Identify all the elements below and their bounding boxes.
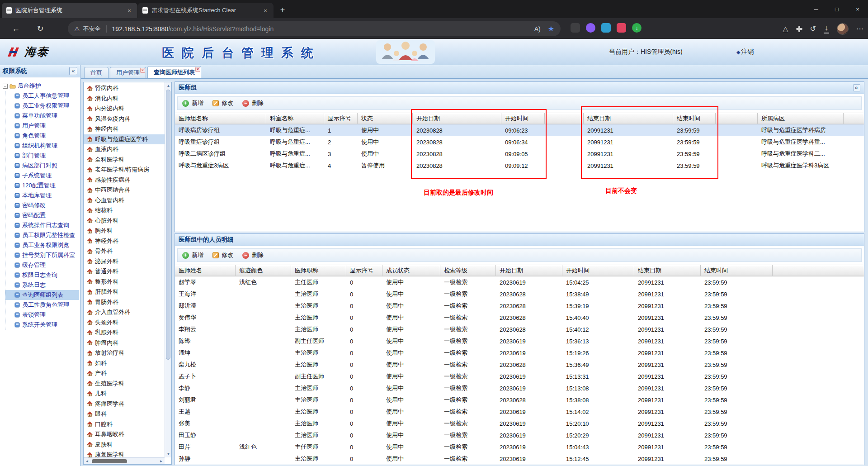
table-row[interactable]: 栾九松 主治医师 0 使用中 一级检索 20230628 15:36:49 20… — [175, 359, 864, 371]
tree-item[interactable]: 员工业务权限浏览 — [5, 240, 79, 250]
tree-item[interactable]: 病区部门对照 — [5, 161, 79, 171]
settings-ellipsis-icon[interactable]: ⋯ — [856, 24, 863, 33]
table-row[interactable]: 李翔云 主治医师 0 使用中 一级检索 20230628 15:40:12 20… — [175, 323, 864, 335]
tree-item[interactable]: 员工权限完整性检查 — [5, 230, 79, 240]
tab-close-icon[interactable]: × — [262, 7, 269, 14]
column-header[interactable] — [716, 113, 758, 124]
department-item[interactable]: 骨外科 — [84, 246, 165, 257]
table-row[interactable]: 呼吸病房诊疗组 呼吸与危重症... 1 使用中 20230828 09:06:2… — [175, 124, 864, 136]
tree-item[interactable]: 系统操作日志查询 — [5, 220, 79, 230]
column-header[interactable]: 开始日期 — [413, 113, 501, 124]
history-icon[interactable]: ↺ — [810, 24, 816, 33]
tree-item[interactable]: 角色管理 — [5, 131, 79, 141]
department-item[interactable]: 乳腺外科 — [84, 328, 165, 338]
department-item[interactable]: 结核科 — [84, 205, 165, 216]
browser-essentials-icon[interactable] — [796, 26, 802, 32]
profile-avatar[interactable] — [837, 23, 849, 35]
tab-close-icon[interactable]: × — [126, 7, 133, 14]
tree-item[interactable]: 系统开关管理 — [5, 320, 79, 330]
tree-item[interactable]: 用户管理 — [5, 121, 79, 131]
department-item[interactable]: 神经内科 — [84, 124, 165, 134]
read-aloud-icon[interactable]: A) — [534, 25, 541, 33]
department-item[interactable]: 肝胆外科 — [84, 287, 165, 297]
column-header[interactable]: 结束日期 — [634, 265, 701, 276]
department-item[interactable]: 儿科 — [84, 389, 165, 399]
vertical-scrollbar[interactable]: ▲ ▼ — [165, 82, 171, 457]
table-row[interactable]: 孟子卜 副主任医师 0 使用中 一级检索 20230619 15:13:31 2… — [175, 371, 864, 382]
department-item[interactable]: 皮肤科 — [84, 440, 165, 450]
department-item[interactable]: 疼痛医学科 — [84, 399, 165, 409]
table-row[interactable]: 王海洋 主治医师 0 使用中 一级检索 20230628 15:38:49 20… — [175, 288, 864, 300]
department-item[interactable]: 感染性疾病科 — [84, 175, 165, 185]
table-row[interactable]: 孙静 主治医师 0 使用中 一级检索 20230619 15:12:45 209… — [175, 453, 864, 465]
scroll-left-icon[interactable]: ◄ — [84, 458, 90, 465]
scroll-down-icon[interactable]: ▼ — [165, 451, 172, 457]
department-item[interactable]: 介入血管外科 — [84, 307, 165, 318]
tree-item[interactable]: 子系统管理 — [5, 171, 79, 181]
department-item[interactable]: 眼科 — [84, 409, 165, 419]
delete-button[interactable]: −删除 — [242, 251, 264, 259]
content-tab-close-icon[interactable]: × — [195, 67, 200, 72]
add-button[interactable]: +新增 — [182, 99, 203, 107]
tree-item[interactable]: 系统日志 — [5, 280, 79, 290]
back-icon[interactable]: ← — [8, 21, 24, 36]
edit-button[interactable]: 修改 — [212, 99, 233, 107]
table-row[interactable]: 呼吸重症诊疗组 呼吸与危重症... 2 使用中 20230828 09:06:3… — [175, 136, 864, 148]
tree-item[interactable]: 部门管理 — [5, 151, 79, 161]
table-row[interactable]: 陈晔 副主任医师 0 使用中 一级检索 20230619 15:36:13 20… — [175, 335, 864, 347]
department-item[interactable]: 头颈外科 — [84, 318, 165, 328]
column-header[interactable]: 开始时间 — [562, 265, 634, 276]
table-row[interactable]: 张美 主治医师 0 使用中 一级检索 20230619 15:20:10 209… — [175, 418, 864, 429]
browser-tab[interactable]: 需求管理在线系统Startech Clear × — [138, 3, 274, 18]
tree-item[interactable]: 员工性质角色管理 — [5, 300, 79, 310]
department-item[interactable]: 生殖医学科 — [84, 379, 165, 389]
table-row[interactable]: 田芹 浅红色 主任医师 0 使用中 一级检索 20230619 15:04:43… — [175, 441, 864, 453]
table-row[interactable]: 潘坤 主治医师 0 使用中 一级检索 20230619 15:19:26 209… — [175, 347, 864, 359]
tree-item[interactable]: 权限日志查询 — [5, 270, 79, 280]
logout-link[interactable]: ◆ 注销 — [736, 48, 754, 56]
content-tab[interactable]: 首页 × — [84, 67, 108, 78]
maximize-icon[interactable]: □ — [826, 0, 847, 18]
department-item[interactable]: 消化内科 — [84, 94, 165, 104]
scrollbar-thumb[interactable] — [166, 90, 170, 360]
department-item[interactable]: 口腔科 — [84, 419, 165, 430]
column-header[interactable]: 显示序号 — [346, 265, 382, 276]
table-row[interactable]: 赵学琴 浅红色 主任医师 0 使用中 一级检索 20230619 15:04:2… — [175, 276, 864, 288]
tree-item[interactable]: 缓存管理 — [5, 260, 79, 270]
minimize-icon[interactable]: ─ — [806, 0, 826, 18]
table-row[interactable]: 贾伟华 主治医师 0 使用中 一级检索 20230628 15:40:40 20… — [175, 312, 864, 323]
department-item[interactable]: 普通外科 — [84, 266, 165, 277]
department-item[interactable]: 中西医结合科 — [84, 185, 165, 195]
extension-icon-5-download[interactable]: ↓ — [632, 23, 642, 33]
table-row[interactable]: 呼吸二病区诊疗组 呼吸与危重症... 3 使用中 20230828 09:09:… — [175, 148, 864, 160]
department-item[interactable]: 肿瘤内科 — [84, 338, 165, 348]
column-header[interactable]: 显示序号 — [324, 113, 358, 124]
department-item[interactable]: 风湿免疫内科 — [84, 114, 165, 124]
department-item[interactable]: 耳鼻咽喉科 — [84, 429, 165, 440]
department-item[interactable]: 胃肠外科 — [84, 297, 165, 308]
extension-icon-2[interactable] — [586, 23, 595, 33]
content-tab[interactable]: 用户管理 × — [110, 67, 146, 78]
favorite-star-icon[interactable]: ★ — [548, 24, 554, 33]
department-item[interactable]: 老年医学科/特需病房 — [84, 165, 165, 175]
refresh-icon[interactable]: ↻ — [33, 21, 48, 36]
column-header[interactable]: 结束时间 — [701, 265, 773, 276]
scrollbar-thumb[interactable] — [92, 459, 127, 463]
scroll-up-icon[interactable]: ▲ — [165, 82, 172, 89]
column-header[interactable]: 开始时间 — [501, 113, 545, 124]
horizontal-scrollbar[interactable]: ◄ ► — [84, 457, 165, 464]
tree-item[interactable]: 本地库管理 — [5, 190, 79, 200]
column-header[interactable]: 成员状态 — [382, 265, 440, 276]
table-row[interactable]: 邸沂滢 主治医师 0 使用中 一级检索 20230628 15:39:19 20… — [175, 300, 864, 312]
department-item[interactable]: 胸外科 — [84, 226, 165, 236]
content-tab-close-icon[interactable]: × — [140, 68, 145, 73]
column-header[interactable]: 医师职称 — [291, 265, 346, 276]
column-header[interactable]: 状态 — [358, 113, 413, 124]
table-row[interactable]: 田玉静 主治医师 0 使用中 一级检索 20230619 15:20:29 20… — [175, 429, 864, 441]
department-item[interactable]: 呼吸与危重症医学科 — [84, 134, 165, 145]
department-item[interactable]: 康复医学科 — [84, 450, 165, 457]
sidebar-collapse-icon[interactable]: « — [69, 67, 77, 75]
panel-collapse-button[interactable]: « — [853, 84, 860, 91]
tree-item[interactable]: 挂号类别下所属科室 — [5, 250, 79, 260]
table-row[interactable]: 呼吸与危重症3病区 呼吸与危重症... 4 暂停使用 20230828 09:0… — [175, 160, 864, 171]
